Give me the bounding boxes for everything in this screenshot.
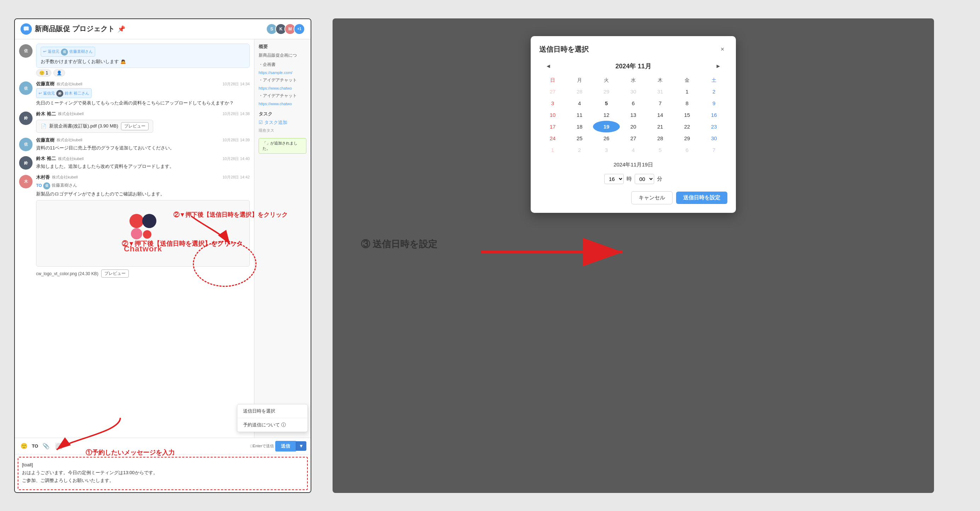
file-preview-btn[interactable]: プレビュー (121, 122, 149, 130)
attachment-btn[interactable]: 📎 (41, 441, 51, 451)
calendar-day[interactable]: 18 (566, 121, 593, 133)
msg-company: 株式会社kubell (57, 81, 83, 87)
sidebar-idea-link1[interactable]: https://www.chatwo (259, 86, 306, 90)
sidebar-idea-link2[interactable]: https://www.chatwo (259, 102, 306, 106)
calendar-day[interactable]: 17 (539, 121, 566, 133)
calendar-day[interactable]: 1 (674, 86, 700, 97)
reply-label: 返信元 (43, 91, 55, 96)
calendar-day[interactable]: 6 (620, 97, 647, 109)
cal-month-year: 2024年 11月 (615, 62, 651, 70)
calendar-day[interactable]: 16 (700, 109, 727, 121)
calendar-day[interactable]: 15 (674, 109, 700, 121)
set-time-btn[interactable]: 送信日時を設定 (676, 192, 727, 204)
calendar-day[interactable]: 23 (700, 121, 727, 133)
calendar-day[interactable]: 28 (566, 86, 593, 97)
about-schedule-item[interactable]: 予約送信について ⓘ (237, 418, 307, 432)
calendar-day[interactable]: 11 (566, 109, 593, 121)
calendar-day[interactable]: 31 (647, 86, 674, 97)
calendar-day[interactable]: 10 (539, 109, 566, 121)
minute-select[interactable]: 00 (635, 174, 654, 184)
calendar-day[interactable]: 14 (647, 109, 674, 121)
calendar-day[interactable]: 27 (539, 86, 566, 97)
calendar-day[interactable]: 29 (593, 86, 620, 97)
modal-header: 送信日時を選択 × (539, 45, 727, 54)
sidebar-overview-text: 新商品販促企画につ (259, 52, 306, 58)
notification-bar: 「」が追加されました。 (259, 138, 306, 154)
sidebar-task-title: タスク (259, 111, 306, 117)
msg-time: 10月28日 14:34 (223, 81, 250, 87)
sidebar-planning-link[interactable]: https://sample.com/ (259, 70, 306, 75)
image-preview-btn[interactable]: プレビュー (101, 270, 129, 278)
calendar-day[interactable]: 3 (593, 144, 620, 156)
calendar-day[interactable]: 3 (539, 97, 566, 109)
avatar-count: +1 (294, 23, 305, 35)
calendar-day[interactable]: 29 (674, 133, 700, 144)
calendar-day[interactable]: 25 (566, 133, 593, 144)
compose-text-area[interactable]: [toall] おはようございます。今日の定例ミーティングは13:00からです。… (18, 458, 307, 489)
msg-content: 木村香 株式会社kubell 10月28日 14:42 TO 佐 佐藤直樹さん … (36, 174, 250, 278)
modal-overlay: 送信日時を選択 × ◄ 2024年 11月 ► 日 月 火 水 (531, 36, 736, 213)
calendar-day[interactable]: 19 (593, 121, 620, 133)
calendar-day[interactable]: 26 (593, 133, 620, 144)
calendar-day[interactable]: 2 (700, 86, 727, 97)
calendar-day[interactable]: 30 (620, 86, 647, 97)
calendar-day[interactable]: 24 (539, 133, 566, 144)
calendar-day[interactable]: 1 (539, 144, 566, 156)
msg-time: 10月28日 14:39 (223, 137, 250, 143)
calendar-day[interactable]: 4 (620, 144, 647, 156)
calendar-day[interactable]: 5 (593, 97, 620, 109)
calendar-day[interactable]: 8 (674, 97, 700, 109)
send-btn-group: □Enterで送信 送信 ▼ (250, 441, 306, 452)
calendar-day[interactable]: 28 (647, 133, 674, 144)
cancel-btn[interactable]: キャンセル (631, 191, 673, 204)
next-month-btn[interactable]: ► (713, 62, 724, 71)
calendar-day[interactable]: 2 (566, 144, 593, 156)
weekday-fri: 金 (674, 75, 700, 86)
msg-text: 新製品のロゴデザインができましたのでご確認お願いします。 (36, 190, 250, 198)
reply-badge: ↩ 返信元 佐 佐藤直樹さん (41, 47, 95, 57)
msg-content: 佐藤直樹 株式会社kubell 10月28日 14:39 資料の11ページ目に売… (36, 137, 250, 152)
chat-header-title: 新商品販促 プロジェクト 📌 (21, 23, 125, 35)
calendar-day[interactable]: 12 (593, 109, 620, 121)
weekday-wed: 水 (620, 75, 647, 86)
task-add-btn[interactable]: ☑ タスク追加 (259, 119, 306, 126)
calendar-day[interactable]: 13 (620, 109, 647, 121)
svg-point-2 (142, 214, 156, 228)
reply-icon: ↩ (43, 48, 46, 54)
hour-select[interactable]: 16 (604, 174, 624, 184)
emoji-btn[interactable]: 🙂 (19, 441, 29, 451)
hour-label: 時 (627, 176, 632, 182)
calendar-day[interactable]: 21 (647, 121, 674, 133)
weekday-tue: 火 (593, 75, 620, 86)
chat-messages: 佐 ↩ 返信元 佐 佐藤直樹さん お手数かけますが宜しくお願いします 🙇 (15, 39, 254, 438)
chat-header: 新商品販促 プロジェクト 📌 S K M +1 (15, 19, 311, 39)
calendar-day[interactable]: 5 (647, 144, 674, 156)
send-dropdown-btn[interactable]: ▼ (296, 441, 306, 451)
calendar-day[interactable]: 7 (700, 144, 727, 156)
msg-content: 鈴木 裕二 株式会社kubell 10月28日 14:38 📄 新規企画書(改訂… (36, 111, 250, 133)
svg-point-3 (131, 228, 142, 240)
reaction-add[interactable]: 👤 (53, 69, 65, 77)
calendar-day[interactable]: 22 (674, 121, 700, 133)
calendar-day[interactable]: 20 (620, 121, 647, 133)
reply-name: 鈴木 裕二さん (65, 91, 89, 96)
calendar-day[interactable]: 30 (700, 133, 727, 144)
calendar-day[interactable]: 4 (566, 97, 593, 109)
format-btn[interactable]: ⬜ (54, 441, 64, 451)
chat-body: 佐 ↩ 返信元 佐 佐藤直樹さん お手数かけますが宜しくお願いします 🙇 (15, 39, 311, 438)
calendar-day[interactable]: 6 (674, 144, 700, 156)
calendar-day[interactable]: 7 (647, 97, 674, 109)
schedule-send-item[interactable]: 送信日時を選択 (237, 404, 307, 418)
notification-text: 「」が追加されました。 (262, 141, 298, 150)
modal-close-btn[interactable]: × (718, 45, 727, 54)
prev-month-btn[interactable]: ◄ (543, 62, 554, 71)
calendar-day[interactable]: 27 (620, 133, 647, 144)
msg-bubble: ↩ 返信元 佐 佐藤直樹さん お手数かけますが宜しくお願いします 🙇 (36, 43, 250, 68)
step1-annotation: ①予約したいメッセージを入力 (86, 448, 175, 457)
msg-name: 佐藤直樹 (36, 81, 54, 87)
svg-point-1 (129, 214, 144, 228)
calendar-day[interactable]: 9 (700, 97, 727, 109)
reaction-btn[interactable]: 🙂 1 (36, 69, 51, 77)
send-btn[interactable]: 送信 (275, 441, 296, 452)
msg-company: 株式会社kubell (58, 111, 84, 117)
